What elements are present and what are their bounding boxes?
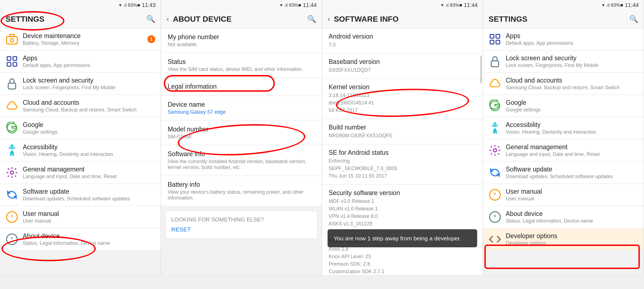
item-subtitle: Default apps, App permissions [506, 40, 638, 46]
settings-item[interactable]: Accessibility Vision, Hearing, Dexterity… [483, 117, 644, 139]
svg-rect-6 [8, 83, 16, 89]
screen-about_device: ▾ .ıl 83%■11:44‹ABOUT DEVICE🔍My phone nu… [161, 0, 322, 275]
software-info-item: Security software version MDF v3.0 Relea… [322, 185, 483, 232]
settings-item[interactable]: Google Google settings [0, 117, 161, 139]
item-subtitle: View the currently installed Android ver… [168, 159, 315, 170]
info-value: EnforcingSEPF_SECMOBILE_7.0_0005Thu Jun … [329, 157, 476, 180]
item-subtitle: Status, Legal information, Device name [23, 240, 155, 246]
header-title: SOFTWARE INFO [334, 15, 477, 24]
header-title: SETTINGS [6, 15, 146, 24]
item-icon [489, 122, 501, 134]
about-item[interactable]: Device name Samsung Galaxy S7 edge [161, 96, 322, 120]
item-icon [6, 122, 18, 134]
about-item[interactable]: Model number SM-G935F [161, 121, 322, 145]
item-title: General management [506, 143, 638, 151]
item-subtitle: Status, Legal information, Device name [506, 218, 638, 224]
svg-rect-4 [7, 63, 11, 66]
about-item[interactable]: Software info View the currently install… [161, 145, 322, 176]
item-text: Lock screen and security Lock screen, Fi… [23, 77, 155, 91]
item-icon [6, 99, 18, 112]
item-icon [489, 33, 501, 46]
settings-item[interactable]: Lock screen and security Lock screen, Fi… [483, 51, 644, 73]
svg-point-9 [10, 171, 14, 174]
settings-item[interactable]: Cloud and accounts Samsung Cloud, Backup… [483, 73, 644, 95]
item-icon [6, 166, 18, 179]
search-icon[interactable]: 🔍 [146, 15, 155, 23]
item-title: Apps [23, 54, 155, 62]
item-subtitle: Download updates, Scheduled software upd… [23, 196, 155, 202]
item-icon [489, 55, 501, 68]
settings-item[interactable]: Device maintenance Battery, Storage, Mem… [0, 28, 161, 50]
settings-item[interactable]: Software update Download updates, Schedu… [0, 184, 161, 206]
settings-item[interactable]: Google Google settings [483, 95, 644, 117]
signal-icon: ▾ .ıl 83%■ [280, 2, 301, 8]
about-item[interactable]: Status View the SIM card status, device … [161, 53, 322, 78]
toast-notification: You are now 1 step away from being a dev… [328, 229, 477, 247]
software-info-item: Kernel version 3.18.14-11104523dnl@SWDG4… [322, 79, 483, 119]
screen-header: SETTINGS🔍 [483, 10, 644, 28]
content-area: Apps Default apps, App permissions Lock … [483, 28, 644, 275]
item-subtitle: Battery, Storage, Memory [23, 40, 147, 46]
reset-button[interactable]: RESET [171, 226, 311, 233]
software-info-item: Build number NRD90M.G935FXXS1DQFE [322, 119, 483, 144]
settings-item[interactable]: Apps Default apps, App permissions [483, 28, 644, 50]
back-button[interactable]: ‹ [328, 15, 330, 23]
about-item[interactable]: Battery info View your device's battery … [161, 176, 322, 206]
item-icon [489, 188, 501, 201]
svg-rect-5 [13, 63, 17, 66]
item-icon [489, 77, 501, 90]
item-text: Cloud and accounts Samsung Cloud, Backup… [506, 77, 638, 91]
item-title: Accessibility [23, 143, 155, 151]
settings-item[interactable]: Software update Download updates, Schedu… [483, 162, 644, 184]
status-bar: ▾ .ıl 83%■11:44 [322, 0, 483, 10]
item-title: Accessibility [506, 121, 638, 129]
search-icon[interactable]: 🔍 [307, 15, 316, 23]
item-icon [489, 233, 501, 246]
settings-item[interactable]: General management Language and input, D… [0, 162, 161, 184]
search-icon[interactable]: 🔍 [629, 15, 638, 23]
svg-rect-15 [496, 40, 500, 44]
info-title: Baseband version [329, 58, 476, 66]
header-title: ABOUT DEVICE [173, 15, 307, 24]
svg-rect-16 [491, 61, 499, 67]
settings-item[interactable]: General management Language and input, D… [483, 139, 644, 161]
about-item[interactable]: My phone number Not available. [161, 28, 322, 53]
svg-point-8 [11, 145, 13, 147]
settings-item[interactable]: Accessibility Vision, Hearing, Dexterity… [0, 139, 161, 161]
settings-item[interactable]: Lock screen and security Lock screen, Fi… [0, 73, 161, 95]
item-title: Lock screen and security [506, 54, 638, 62]
item-text: General management Language and input, D… [506, 143, 638, 157]
item-subtitle: Vision, Hearing, Dexterity and interacti… [23, 151, 155, 157]
screen-software_info: ▾ .ıl 83%■11:44‹SOFTWARE INFOYou are now… [322, 0, 483, 275]
svg-point-18 [494, 123, 496, 125]
item-icon [6, 211, 18, 223]
svg-rect-0 [7, 36, 17, 44]
settings-item[interactable]: User manual User manual [0, 206, 161, 228]
item-text: Software update Download updates, Schedu… [506, 166, 638, 180]
item-title: Google [23, 121, 155, 129]
item-subtitle: Lock screen, Fingerprints, Find My Mobil… [23, 85, 155, 91]
settings-item[interactable]: Developer options Developer options [483, 228, 644, 250]
info-value: Knox 2.8Knox API Level: 23Premium SDK: 2… [329, 245, 476, 275]
info-value: 3.18.14-11104523dnl@SWDG4514 #154 KST 20… [329, 92, 476, 114]
item-subtitle: Language and input, Date and time, Reset [23, 174, 155, 180]
item-text: User manual User manual [23, 210, 155, 224]
settings-item[interactable]: About device Status, Legal information, … [0, 228, 161, 250]
header-title: SETTINGS [489, 15, 629, 24]
settings-item[interactable]: User manual User manual [483, 184, 644, 206]
time-display: 11:44 [303, 2, 317, 8]
info-value: 7.0 [329, 41, 476, 49]
settings-item[interactable]: Apps Default apps, App permissions [0, 51, 161, 73]
status-bar: ▾ .ıl 83%■11:44 [161, 0, 322, 10]
settings-item[interactable]: Cloud and accounts Samsung Cloud, Backup… [0, 95, 161, 117]
about-item[interactable]: Legal information [161, 78, 322, 96]
item-subtitle: Not available. [168, 42, 315, 48]
info-title: Security software version [329, 189, 476, 197]
svg-point-1 [10, 39, 14, 42]
settings-item[interactable]: About device Status, Legal information, … [483, 206, 644, 228]
back-button[interactable]: ‹ [167, 15, 169, 23]
item-text: User manual User manual [506, 188, 638, 202]
item-title: Software update [23, 188, 155, 195]
looking-title: LOOKING FOR SOMETHING ELSE? [171, 216, 311, 223]
item-icon [6, 233, 18, 246]
